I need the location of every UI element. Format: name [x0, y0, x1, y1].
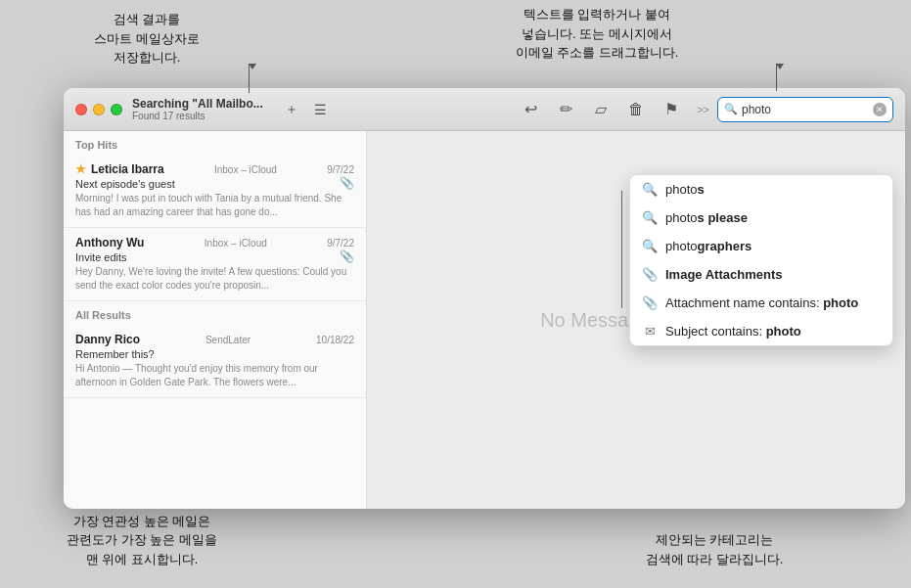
close-button[interactable] [75, 104, 87, 115]
window-title: Searching "All Mailbo... [132, 97, 263, 111]
suggestion-text: photos please [665, 210, 748, 225]
suggestion-item-subject[interactable]: ✉ Subject contains: photo [630, 317, 892, 345]
star-icon: ★ [75, 162, 86, 176]
plus-icon: ＋ [285, 101, 298, 118]
suggestion-text: Subject contains: photo [665, 324, 801, 339]
mail-source: Inbox – iCloud [214, 164, 277, 175]
list-item[interactable]: Anthony Wu Inbox – iCloud 9/7/22 Invite … [64, 228, 366, 301]
mail-date: 9/7/22 [327, 164, 354, 175]
mail-item-header: Danny Rico SendLater 10/18/22 [75, 333, 354, 346]
fullscreen-button[interactable] [111, 104, 122, 115]
junk-icon: ⚑ [664, 100, 678, 118]
window-body: Top Hits ★ Leticia Ibarra Inbox – iCloud… [64, 131, 905, 509]
annotation-top-right: 텍스트를 입력하거나 붙여 넣습니다. 또는 메시지에서 이메일 주소를 드래그… [479, 5, 714, 63]
search-bar-container: >> 🔍 photo ✕ [693, 97, 893, 122]
compose-icon: ✏ [560, 100, 572, 118]
attachment-suggestion-icon: 📎 [642, 295, 658, 310]
search-suggestion-icon: 🔍 [642, 210, 658, 225]
mail-source: Inbox – iCloud [205, 238, 267, 249]
mail-sender: Anthony Wu [75, 236, 144, 249]
reply-icon: ↩ [524, 100, 537, 118]
mail-sender: Danny Rico [75, 333, 140, 346]
list-item[interactable]: Danny Rico SendLater 10/18/22 Remember t… [64, 325, 366, 398]
suggestion-item-image-attachments[interactable]: 📎 Image Attachments [630, 260, 892, 289]
mail-preview: Hi Antonio — Thought you'd enjoy this me… [75, 362, 354, 389]
archive-icon: ▱ [595, 100, 607, 118]
annotation-bottom-left-line3: 맨 위에 표시합니다. [86, 552, 199, 566]
annotation-top-left: 검색 결과를 스마트 메일상자로 저장합니다. [59, 10, 235, 68]
section-top-hits: Top Hits [64, 131, 366, 155]
mail-detail-panel: No Message Selected 🔍 photos 🔍 photos pl… [367, 131, 905, 509]
title-bar: Searching "All Mailbo... Found 17 result… [64, 88, 905, 131]
annotation-bottom-right-line2: 검색에 따라 달라집니다. [646, 552, 784, 566]
search-suggestions-dropdown: 🔍 photos 🔍 photos please 🔍 photographers… [629, 174, 893, 346]
search-icon: 🔍 [724, 103, 738, 115]
archive-button[interactable]: ▱ [587, 96, 615, 123]
annotation-bottom-left-line2: 관련도가 가장 높은 메일을 [67, 532, 217, 547]
callout-line-right [776, 64, 777, 91]
callout-arrow-right [776, 64, 784, 69]
attachment-suggestion-icon: 📎 [642, 267, 658, 282]
annotation-bottom-left-line1: 가장 연관성 높은 메일은 [73, 514, 211, 528]
add-mailbox-button[interactable]: ＋ [279, 97, 304, 122]
filter-icon: ☰ [314, 102, 327, 117]
search-suggestion-icon: 🔍 [642, 182, 658, 197]
search-scope-button[interactable]: >> [693, 102, 713, 117]
annotation-top-right-line2: 넣습니다. 또는 메시지에서 [522, 26, 672, 41]
mail-date: 10/18/22 [316, 335, 354, 345]
annotation-top-left-line1: 검색 결과를 [114, 12, 181, 26]
mail-source: SendLater [205, 335, 251, 345]
annotation-top-left-line3: 저장합니다. [114, 50, 181, 65]
trash-icon: 🗑 [628, 101, 644, 118]
trash-button[interactable]: 🗑 [622, 96, 650, 123]
window-subtitle: Found 17 results [132, 111, 263, 121]
suggestion-text: Attachment name contains: photo [665, 295, 858, 310]
mail-item-header: ★ Leticia Ibarra Inbox – iCloud 9/7/22 [75, 162, 354, 176]
window-title-info: Searching "All Mailbo... Found 17 result… [132, 97, 263, 121]
callout-arrow-left [249, 64, 256, 69]
filter-button[interactable]: ☰ [308, 97, 334, 122]
list-item[interactable]: ★ Leticia Ibarra Inbox – iCloud 9/7/22 N… [64, 155, 366, 228]
suggestion-text: Image Attachments [665, 267, 782, 282]
mail-sender: ★ Leticia Ibarra [75, 162, 164, 176]
search-box: 🔍 photo ✕ [717, 97, 893, 122]
toolbar-right: ↩ ✏ ▱ 🗑 ⚑ >> 🔍 photo ✕ [517, 96, 893, 123]
attachment-icon: 📎 [340, 249, 354, 263]
suggestion-item-photos[interactable]: 🔍 photos [630, 175, 892, 204]
reply-button[interactable]: ↩ [517, 96, 544, 123]
annotation-bottom-right-line1: 제안되는 카테고리는 [656, 532, 774, 547]
mail-subject: Remember this? [75, 348, 354, 360]
annotation-bottom-left: 가장 연관성 높은 메일은 관련도가 가장 높은 메일을 맨 위에 표시합니다. [39, 512, 245, 569]
mail-window: Searching "All Mailbo... Found 17 result… [64, 88, 905, 509]
mail-subject: Next episode's guest [75, 178, 354, 190]
annotation-top-left-line2: 스마트 메일상자로 [94, 31, 200, 46]
junk-button[interactable]: ⚑ [658, 96, 685, 123]
suggestion-text: photos [665, 182, 705, 197]
mail-preview: Hey Danny, We're loving the invite! A fe… [75, 265, 354, 293]
mail-item-header: Anthony Wu Inbox – iCloud 9/7/22 [75, 236, 354, 249]
section-all-results: All Results [64, 301, 366, 325]
mail-list-panel: Top Hits ★ Leticia Ibarra Inbox – iCloud… [64, 131, 367, 509]
annotation-top-right-line1: 텍스트를 입력하거나 붙여 [524, 7, 670, 22]
mail-suggestion-icon: ✉ [642, 324, 658, 339]
minimize-button[interactable] [93, 104, 105, 115]
compose-button[interactable]: ✏ [552, 96, 579, 123]
traffic-lights [75, 104, 122, 115]
suggestion-item-attachment-name[interactable]: 📎 Attachment name contains: photo [630, 289, 892, 317]
search-suggestion-icon: 🔍 [642, 239, 658, 253]
annotation-bottom-right: 제안되는 카테고리는 검색에 따라 달라집니다. [616, 530, 812, 568]
search-clear-button[interactable]: ✕ [873, 103, 887, 116]
attachment-icon: 📎 [340, 176, 354, 190]
mail-date: 9/7/22 [327, 238, 354, 249]
search-input-value[interactable]: photo [742, 103, 869, 116]
annotation-top-right-line3: 이메일 주소를 드래그합니다. [516, 45, 679, 60]
suggestion-item-photographers[interactable]: 🔍 photographers [630, 232, 892, 260]
suggestion-item-photos-please[interactable]: 🔍 photos please [630, 204, 892, 232]
mail-preview: Morning! I was put in touch with Tania b… [75, 192, 354, 219]
mail-subject: Invite edits [75, 251, 354, 263]
suggestion-text: photographers [665, 239, 752, 253]
